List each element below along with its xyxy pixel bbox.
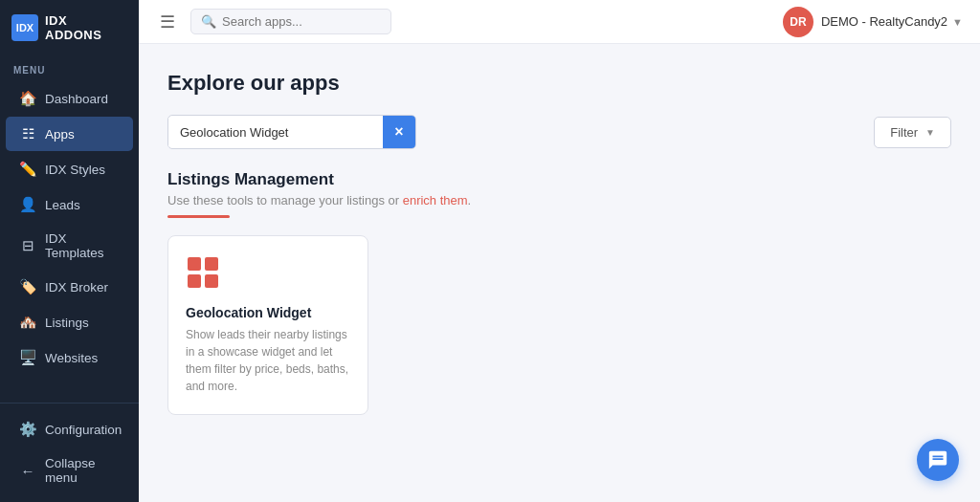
collapse-icon: ← <box>19 463 36 479</box>
sidebar-item-listings[interactable]: 🏘️ Listings <box>6 305 133 339</box>
app-card-geolocation-widget[interactable]: Geolocation Widget Show leads their near… <box>167 235 368 415</box>
sidebar-item-label: IDX Templates <box>45 231 120 260</box>
sidebar-item-websites[interactable]: 🖥️ Websites <box>6 340 133 375</box>
sidebar-item-label: Collapse menu <box>45 456 120 485</box>
user-icon: 👤 <box>19 196 36 213</box>
search-icon: 🔍 <box>201 14 216 29</box>
svg-rect-0 <box>188 257 201 271</box>
sidebar-item-label: Configuration <box>45 423 122 437</box>
listings-icon: 🏘️ <box>19 314 36 331</box>
svg-rect-3 <box>205 274 218 288</box>
chat-icon <box>927 449 948 470</box>
websites-icon: 🖥️ <box>19 349 36 366</box>
grid-icon <box>186 255 220 290</box>
chat-bubble[interactable] <box>917 439 959 481</box>
section-title: Listings Management <box>167 170 951 189</box>
apps-icon: ☷ <box>19 125 36 142</box>
sidebar-item-label: Websites <box>45 351 98 365</box>
chevron-down-icon: ▼ <box>952 16 963 28</box>
sidebar-item-configuration[interactable]: ⚙️ Configuration <box>6 412 133 447</box>
app-card-name: Geolocation Widget <box>186 305 350 320</box>
topbar-left: ☰ 🔍 <box>156 8 391 36</box>
svg-rect-2 <box>188 274 201 288</box>
section-header: Listings Management Use these tools to m… <box>167 170 951 218</box>
sidebar-item-dashboard[interactable]: 🏠 Dashboard <box>6 81 133 116</box>
sidebar-nav: 🏠 Dashboard ☷ Apps ✏️ IDX Styles 👤 Leads… <box>0 80 139 376</box>
sidebar-bottom: ⚙️ Configuration ← Collapse menu <box>0 403 139 502</box>
home-icon: 🏠 <box>19 90 36 107</box>
content-area: Explore our apps × Filter ▼ Listings Man… <box>139 44 980 502</box>
toggle-sidebar-button[interactable]: ☰ <box>156 8 179 36</box>
user-name: DEMO - RealtyCandy2 <box>821 14 947 29</box>
app-search-wrapper: × <box>167 115 416 149</box>
sidebar-item-apps[interactable]: ☷ Apps <box>6 117 133 151</box>
pencil-icon: ✏️ <box>19 161 36 178</box>
section-description: Use these tools to manage your listings … <box>167 193 951 207</box>
app-search-clear-button[interactable]: × <box>383 116 415 148</box>
section-description-link[interactable]: enrich them <box>403 193 468 207</box>
app-card-description: Show leads their nearby listings in a sh… <box>186 326 350 395</box>
app-card-icon <box>186 255 350 294</box>
sidebar-item-label: Leads <box>45 198 80 212</box>
gear-icon: ⚙️ <box>19 421 36 438</box>
sidebar-item-label: Listings <box>45 316 89 330</box>
sidebar-menu-label: MENU <box>0 55 139 80</box>
search-filter-row: × Filter ▼ <box>167 115 951 149</box>
app-search-input[interactable] <box>168 118 383 147</box>
user-avatar: DR <box>783 7 813 37</box>
section-underline <box>167 215 230 218</box>
svg-rect-1 <box>205 257 218 271</box>
main-area: ☰ 🔍 DR DEMO - RealtyCandy2 ▼ Explore our… <box>139 0 980 502</box>
section-description-suffix: . <box>468 193 472 207</box>
sidebar-item-idx-broker[interactable]: 🏷️ IDX Broker <box>6 270 133 304</box>
topbar-right: DR DEMO - RealtyCandy2 ▼ <box>783 7 963 37</box>
topbar-search-input[interactable] <box>222 14 375 29</box>
filter-label: Filter <box>890 125 918 140</box>
sidebar-item-label: IDX Styles <box>45 163 105 177</box>
sidebar-item-label: Apps <box>45 127 75 142</box>
sidebar-item-idx-templates[interactable]: ⊟ IDX Templates <box>6 223 133 269</box>
cards-grid: Geolocation Widget Show leads their near… <box>167 235 951 415</box>
chevron-down-icon: ▼ <box>925 127 935 138</box>
topbar: ☰ 🔍 DR DEMO - RealtyCandy2 ▼ <box>139 0 980 44</box>
broker-icon: 🏷️ <box>19 278 36 295</box>
sidebar-item-collapse[interactable]: ← Collapse menu <box>6 447 133 493</box>
sidebar-logo: IDX IDX ADDONS <box>0 0 139 55</box>
filter-button[interactable]: Filter ▼ <box>874 117 951 148</box>
sidebar-item-label: IDX Broker <box>45 280 108 295</box>
template-icon: ⊟ <box>19 237 36 254</box>
sidebar-logo-text: IDX ADDONS <box>45 13 127 42</box>
sidebar-item-idx-styles[interactable]: ✏️ IDX Styles <box>6 152 133 186</box>
sidebar-item-leads[interactable]: 👤 Leads <box>6 187 133 222</box>
menu-icon: ☰ <box>160 12 175 32</box>
page-title: Explore our apps <box>167 71 951 96</box>
section-description-prefix: Use these tools to manage your listings … <box>167 193 403 207</box>
topbar-search-wrapper: 🔍 <box>190 9 391 34</box>
sidebar-item-label: Dashboard <box>45 92 108 106</box>
sidebar: IDX IDX ADDONS MENU 🏠 Dashboard ☷ Apps ✏… <box>0 0 139 502</box>
sidebar-logo-box: IDX <box>11 14 38 41</box>
